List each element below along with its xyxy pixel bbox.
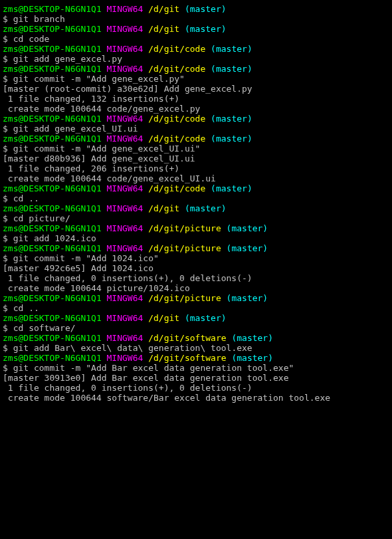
command-text: cd code	[13, 34, 50, 44]
prompt-path: /d/git/software	[148, 353, 226, 363]
prompt-path: /d/git	[148, 24, 179, 34]
prompt-line: zms@DESKTOP-N6GN1Q1 MINGW64 /d/git/code …	[3, 64, 389, 74]
command-text: cd software/	[13, 323, 76, 333]
prompt-host: MINGW64	[107, 134, 144, 144]
command-line[interactable]: $ git branch	[3, 14, 389, 24]
command-text: git add gene_excel.py	[13, 54, 122, 64]
command-line[interactable]: $ git add 1024.ico	[3, 233, 389, 243]
prompt-user: zms@DESKTOP-N6GN1Q1	[3, 44, 102, 54]
prompt-branch: (master)	[211, 134, 252, 144]
prompt-user: zms@DESKTOP-N6GN1Q1	[3, 293, 102, 303]
prompt-branch: (master)	[211, 64, 252, 74]
prompt-user: zms@DESKTOP-N6GN1Q1	[3, 203, 102, 213]
command-line[interactable]: $ git commit -m "Add gene_excel_UI.ui"	[3, 144, 389, 154]
prompt-host: MINGW64	[107, 243, 144, 253]
prompt-user: zms@DESKTOP-N6GN1Q1	[3, 114, 102, 124]
prompt-branch: (master)	[211, 44, 252, 54]
prompt-line: zms@DESKTOP-N6GN1Q1 MINGW64 /d/git/code …	[3, 44, 389, 54]
prompt-line: zms@DESKTOP-N6GN1Q1 MINGW64 /d/git (mast…	[3, 203, 389, 213]
output-line: [master 30913e0] Add Bar excel data gene…	[3, 373, 389, 383]
prompt-line: zms@DESKTOP-N6GN1Q1 MINGW64 /d/git (mast…	[3, 313, 389, 323]
command-text: git add gene_excel_UI.ui	[13, 124, 138, 134]
prompt-host: MINGW64	[107, 4, 144, 14]
command-line[interactable]: $ git add Bar\ excel\ data\ generation\ …	[3, 343, 389, 353]
command-line[interactable]: $ git add gene_excel.py	[3, 54, 389, 64]
prompt-line: zms@DESKTOP-N6GN1Q1 MINGW64 /d/git/code …	[3, 114, 389, 124]
prompt-dollar: $	[3, 34, 13, 44]
prompt-host: MINGW64	[107, 183, 144, 193]
prompt-dollar: $	[3, 74, 13, 84]
prompt-host: MINGW64	[107, 114, 144, 124]
terminal[interactable]: zms@DESKTOP-N6GN1Q1 MINGW64 /d/git (mast…	[0, 0, 392, 407]
command-line[interactable]: $ git commit -m "Add gene_excel.py"	[3, 74, 389, 84]
output-line: [master 492c6e5] Add 1024.ico	[3, 263, 389, 273]
prompt-user: zms@DESKTOP-N6GN1Q1	[3, 333, 102, 343]
output-line: create mode 100644 code/gene_excel.py	[3, 104, 389, 114]
prompt-line: zms@DESKTOP-N6GN1Q1 MINGW64 /d/git/pictu…	[3, 293, 389, 303]
prompt-path: /d/git/code	[148, 64, 205, 74]
output-line: create mode 100644 software/Bar excel da…	[3, 393, 389, 403]
prompt-branch: (master)	[185, 4, 227, 14]
command-line[interactable]: $ cd picture/	[3, 213, 389, 223]
command-text: git commit -m "Add gene_excel.py"	[13, 74, 185, 84]
prompt-line: zms@DESKTOP-N6GN1Q1 MINGW64 /d/git/code …	[3, 183, 389, 193]
prompt-path: /d/git/picture	[148, 293, 221, 303]
prompt-path: /d/git	[148, 203, 179, 213]
prompt-path: /d/git/code	[148, 134, 205, 144]
command-line[interactable]: $ cd software/	[3, 323, 389, 333]
prompt-user: zms@DESKTOP-N6GN1Q1	[3, 243, 102, 253]
prompt-host: MINGW64	[107, 293, 144, 303]
prompt-branch: (master)	[211, 183, 252, 193]
prompt-branch: (master)	[211, 114, 252, 124]
prompt-host: MINGW64	[107, 24, 144, 34]
prompt-dollar: $	[3, 54, 13, 64]
prompt-user: zms@DESKTOP-N6GN1Q1	[3, 4, 102, 14]
prompt-host: MINGW64	[107, 44, 144, 54]
command-line[interactable]: $ git commit -m "Add Bar excel data gene…	[3, 363, 389, 373]
prompt-dollar: $	[3, 14, 13, 24]
prompt-path: /d/git/code	[148, 44, 205, 54]
prompt-dollar: $	[3, 233, 13, 243]
command-line[interactable]: $ git commit -m "Add 1024.ico"	[3, 253, 389, 263]
prompt-user: zms@DESKTOP-N6GN1Q1	[3, 64, 102, 74]
prompt-user: zms@DESKTOP-N6GN1Q1	[3, 353, 102, 363]
prompt-dollar: $	[3, 144, 13, 154]
prompt-dollar: $	[3, 343, 13, 353]
prompt-line: zms@DESKTOP-N6GN1Q1 MINGW64 /d/git/pictu…	[3, 223, 389, 233]
prompt-host: MINGW64	[107, 203, 144, 213]
command-text: git commit -m "Add 1024.ico"	[13, 253, 159, 263]
prompt-host: MINGW64	[107, 64, 144, 74]
prompt-user: zms@DESKTOP-N6GN1Q1	[3, 183, 102, 193]
prompt-path: /d/git/code	[148, 183, 205, 193]
prompt-branch: (master)	[227, 243, 268, 253]
output-line: 1 file changed, 0 insertions(+), 0 delet…	[3, 273, 389, 283]
command-text: git commit -m "Add Bar excel data genera…	[13, 363, 294, 373]
prompt-path: /d/git	[148, 313, 179, 323]
prompt-user: zms@DESKTOP-N6GN1Q1	[3, 134, 102, 144]
command-line[interactable]: $ git add gene_excel_UI.ui	[3, 124, 389, 134]
prompt-user: zms@DESKTOP-N6GN1Q1	[3, 24, 102, 34]
prompt-dollar: $	[3, 213, 13, 223]
prompt-dollar: $	[3, 303, 13, 313]
command-line[interactable]: $ cd ..	[3, 193, 389, 203]
prompt-dollar: $	[3, 323, 13, 333]
prompt-host: MINGW64	[107, 333, 144, 343]
output-line: 1 file changed, 206 insertions(+)	[3, 163, 389, 173]
prompt-host: MINGW64	[107, 353, 144, 363]
prompt-branch: (master)	[185, 313, 227, 323]
prompt-line: zms@DESKTOP-N6GN1Q1 MINGW64 /d/git/softw…	[3, 353, 389, 363]
command-text: git add 1024.ico	[13, 233, 96, 243]
prompt-user: zms@DESKTOP-N6GN1Q1	[3, 313, 102, 323]
prompt-dollar: $	[3, 363, 13, 373]
prompt-dollar: $	[3, 253, 13, 263]
command-line[interactable]: $ cd code	[3, 34, 389, 44]
prompt-path: /d/git	[148, 4, 179, 14]
prompt-user: zms@DESKTOP-N6GN1Q1	[3, 223, 102, 233]
command-line[interactable]: $ cd ..	[3, 303, 389, 313]
prompt-branch: (master)	[227, 223, 268, 233]
prompt-host: MINGW64	[107, 223, 144, 233]
prompt-branch: (master)	[231, 353, 273, 363]
prompt-line: zms@DESKTOP-N6GN1Q1 MINGW64 /d/git/softw…	[3, 333, 389, 343]
prompt-line: zms@DESKTOP-N6GN1Q1 MINGW64 /d/git (mast…	[3, 4, 389, 14]
prompt-branch: (master)	[185, 203, 227, 213]
